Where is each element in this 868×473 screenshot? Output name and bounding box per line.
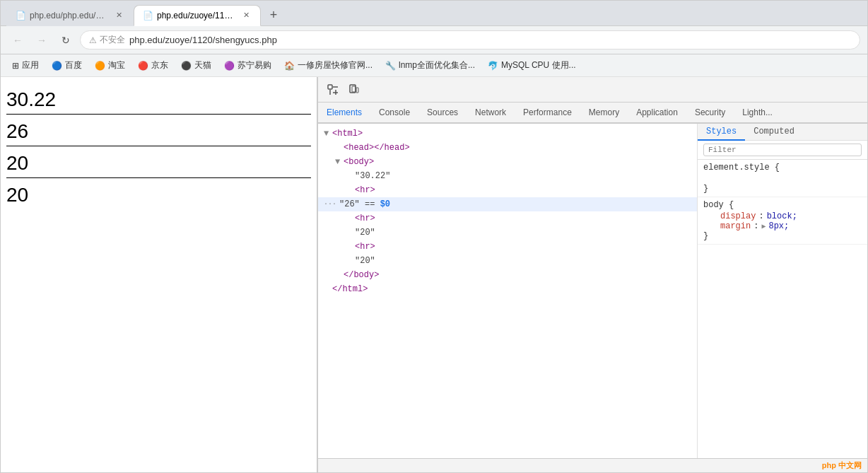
html-line-11[interactable]: </body> [318, 268, 697, 282]
styles-tab-computed[interactable]: Computed [745, 124, 803, 141]
expand-arrow-1: ▼ [324, 127, 332, 140]
tab-security[interactable]: Security [686, 103, 734, 124]
devtools-panel: Elements Console Sources Network Perform… [317, 77, 867, 472]
html-line-8[interactable]: "20" [318, 226, 697, 240]
bookmark-taobao[interactable]: 🟠 淘宝 [89, 57, 131, 74]
expand-arrow-8 [346, 226, 355, 239]
bookmark-baidu[interactable]: 🔵 百度 [46, 57, 88, 74]
page-value-4: 20 [6, 184, 311, 206]
tab-elements[interactable]: Elements [318, 103, 370, 124]
styles-panel-tabs: Styles Computed [698, 124, 867, 141]
expand-arrow-11 [335, 269, 344, 281]
reload-button[interactable]: ↻ [56, 30, 76, 50]
tab-2-close[interactable]: ✕ [240, 10, 252, 21]
security-label: 不安全 [100, 34, 125, 46]
html-line-4[interactable]: "30.22" [318, 169, 697, 183]
tab-2-title: php.edu/zuoye/1120/shengy... [157, 11, 236, 21]
page-hr-3 [6, 177, 311, 178]
expand-arrow-5 [346, 184, 355, 197]
baidu-icon: 🔵 [52, 61, 62, 71]
svg-rect-0 [328, 85, 332, 89]
style-rule-element: element.style { } [698, 160, 867, 197]
styles-tab-styles[interactable]: Styles [698, 124, 745, 141]
browser-window: 📄 php.edu/php.edu/1120/demo ✕ 📄 php.edu/… [0, 0, 868, 473]
taobao-icon: 🟠 [95, 61, 105, 71]
html-line-12[interactable]: </html> [318, 282, 697, 296]
html-line-7[interactable]: <hr> [318, 211, 697, 226]
filter-input[interactable] [703, 144, 862, 156]
watermark: php 中文网 [822, 460, 862, 471]
expand-arrow-7 [346, 212, 355, 225]
back-button[interactable]: ← [8, 30, 28, 50]
page-value-1: 30.22 [6, 88, 311, 111]
tab-network[interactable]: Network [467, 103, 515, 124]
tab-lighthouse[interactable]: Lighth... [734, 103, 781, 124]
html-line-selected[interactable]: ··· "26" == $0 [318, 197, 697, 211]
margin-expand-icon: ▶ [761, 222, 766, 230]
page-content: 30.22 26 20 20 [1, 77, 317, 472]
main-area: 30.22 26 20 20 [1, 77, 867, 472]
tab-memory[interactable]: Memory [580, 103, 628, 124]
html-line-2[interactable]: <head></head> [318, 141, 697, 155]
address-bar: ← → ↻ ⚠ 不安全 php.edu/zuoye/1120/shengyucs… [1, 26, 867, 54]
bookmark-suning[interactable]: 🟣 苏宁易购 [218, 57, 277, 74]
html-panel: ▼ <html> <head></head> ▼ <body> [318, 124, 698, 458]
tab-2-favicon: 📄 [143, 11, 153, 21]
tab-1[interactable]: 📄 php.edu/php.edu/1120/demo ✕ [6, 5, 134, 26]
bookmark-tianmao[interactable]: ⚫ 天猫 [175, 57, 217, 74]
html-line-5[interactable]: <hr> [318, 183, 697, 197]
bookmark-baidu-label: 百度 [65, 59, 82, 71]
page-hr-2 [6, 146, 311, 146]
url-bar[interactable]: ⚠ 不安全 php.edu/zuoye/1120/shengyucs.php [80, 30, 860, 49]
styles-panel: Styles Computed element.style { } [698, 124, 867, 458]
bookmark-lnmp[interactable]: 🔧 lnmp全面优化集合... [380, 57, 481, 74]
page-hr-1 [6, 114, 311, 115]
style-prop-display: display : block; [712, 211, 862, 221]
bookmark-yixiu-label: 一修房屋快修官网... [298, 59, 373, 71]
html-line-10[interactable]: "20" [318, 254, 697, 268]
tab-performance[interactable]: Performance [515, 103, 580, 124]
bookmark-yixiu[interactable]: 🏠 一修房屋快修官网... [278, 57, 378, 74]
tab-console[interactable]: Console [370, 103, 418, 124]
watermark-logo: php [822, 461, 836, 469]
mysql-icon: 🐬 [488, 61, 498, 71]
page-value-3: 20 [6, 152, 311, 175]
style-selector-element: element.style { [703, 163, 862, 173]
tab-bar: 📄 php.edu/php.edu/1120/demo ✕ 📄 php.edu/… [1, 1, 867, 26]
inspect-element-button[interactable] [324, 81, 342, 99]
expand-arrow-2 [335, 141, 344, 154]
devtools-toolbar [318, 77, 867, 103]
forward-button[interactable]: → [32, 30, 52, 50]
bookmark-lnmp-label: lnmp全面优化集合... [399, 59, 475, 71]
tab-application[interactable]: Application [628, 103, 686, 124]
bookmark-tianmao-label: 天猫 [194, 59, 211, 71]
filter-bar [698, 141, 867, 160]
tab-2[interactable]: 📄 php.edu/zuoye/1120/shengy... ✕ [134, 5, 261, 26]
bookmark-suning-label: 苏宁易购 [237, 59, 271, 71]
html-line-3[interactable]: ▼ <body> [318, 155, 697, 169]
html-line-1[interactable]: ▼ <html> [318, 127, 697, 141]
apps-icon: ⊞ [12, 61, 19, 71]
lnmp-icon: 🔧 [385, 61, 396, 71]
new-tab-button[interactable]: + [264, 6, 283, 25]
tab-sources[interactable]: Sources [418, 103, 467, 124]
bookmark-jd[interactable]: 🔴 京东 [132, 57, 174, 74]
page-value-2: 26 [6, 120, 311, 143]
expand-arrow-12 [324, 283, 332, 296]
bookmark-apps[interactable]: ⊞ 应用 [6, 57, 45, 74]
expand-arrow-3: ▼ [335, 156, 344, 168]
html-line-9[interactable]: <hr> [318, 240, 697, 254]
style-prop-margin: margin : ▶ 8px; [712, 221, 862, 231]
tab-1-title: php.edu/php.edu/1120/demo [30, 11, 109, 21]
expand-arrow-4 [346, 170, 355, 182]
bookmark-mysql[interactable]: 🐬 MySQL CPU 使用... [482, 57, 582, 74]
devtools-tabs: Elements Console Sources Network Perform… [318, 103, 867, 124]
security-icon: ⚠ [89, 35, 97, 45]
bookmark-taobao-label: 淘宝 [108, 59, 125, 71]
bookmark-mysql-label: MySQL CPU 使用... [501, 59, 576, 71]
device-toolbar-button[interactable] [345, 81, 363, 99]
bookmark-apps-label: 应用 [22, 59, 39, 71]
tab-1-close[interactable]: ✕ [113, 10, 124, 21]
devtools-body: ▼ <html> <head></head> ▼ <body> [318, 124, 867, 458]
yixiu-icon: 🏠 [284, 61, 295, 71]
